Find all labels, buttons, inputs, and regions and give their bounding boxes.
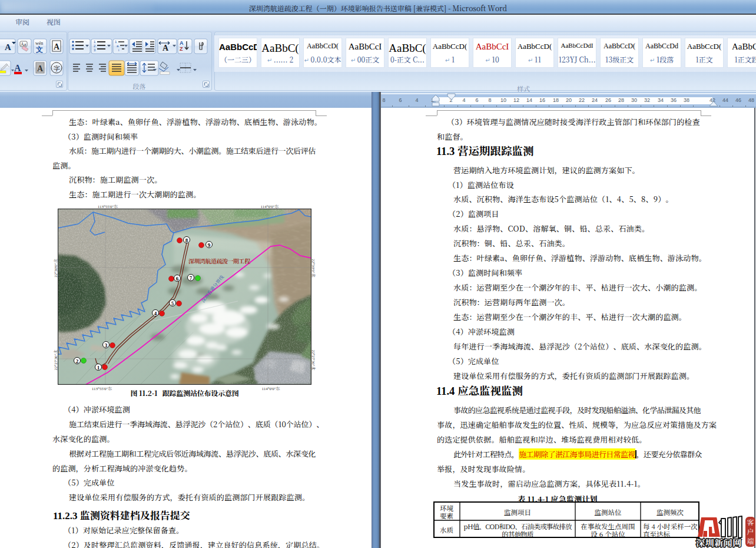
svg-text:深圳湾航道疏浚一期工程: 深圳湾航道疏浚一期工程 (188, 256, 251, 265)
svg-text:A: A (37, 64, 44, 73)
svg-text:户: 户 (747, 526, 754, 536)
svg-text:3: 3 (105, 342, 108, 348)
svg-text:文: 文 (35, 45, 43, 54)
svg-text:深圳新闻网: 深圳新闻网 (696, 536, 742, 548)
svg-text:i: i (118, 48, 119, 52)
svg-text:8: 8 (185, 237, 188, 243)
svg-text:1: 1 (97, 365, 100, 371)
svg-text:A: A (5, 42, 11, 52)
svg-text:2: 2 (76, 358, 79, 364)
svg-text:4: 4 (154, 311, 157, 316)
svg-text:7: 7 (190, 275, 193, 281)
svg-text:5: 5 (171, 301, 174, 306)
svg-text:客: 客 (747, 517, 754, 527)
svg-text:Z: Z (180, 46, 183, 52)
svg-text:A: A (163, 44, 169, 52)
svg-text:A: A (54, 42, 60, 51)
svg-text:字: 字 (54, 65, 60, 72)
svg-text:A: A (14, 63, 21, 73)
svg-text:9: 9 (208, 242, 211, 248)
svg-text:端: 端 (747, 536, 754, 546)
svg-text:6: 6 (176, 276, 179, 282)
svg-text:A: A (180, 40, 184, 46)
